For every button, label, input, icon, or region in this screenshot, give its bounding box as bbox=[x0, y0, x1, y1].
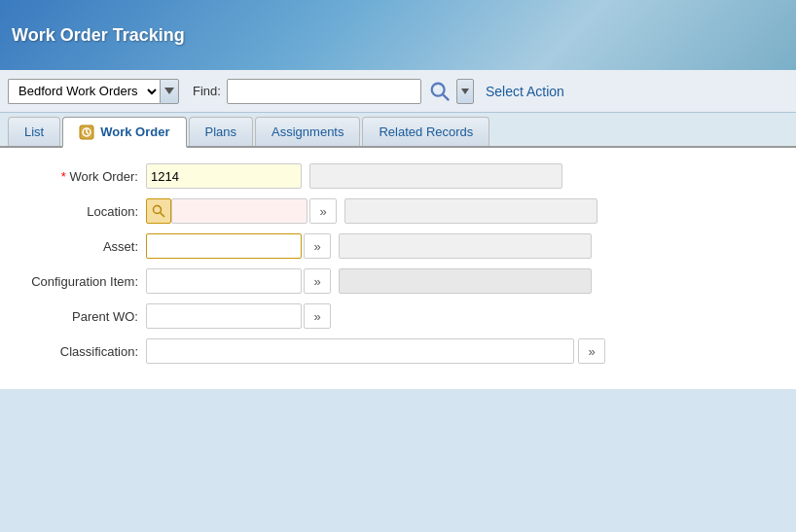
classification-row: Classification: » bbox=[19, 338, 777, 364]
svg-marker-4 bbox=[461, 89, 469, 94]
work-order-label: * Work Order: bbox=[19, 169, 146, 184]
tab-assignments[interactable]: Assignments bbox=[255, 117, 360, 146]
work-order-secondary-input[interactable] bbox=[309, 163, 562, 189]
search-button[interactable] bbox=[427, 81, 452, 102]
parent-wo-row: Parent WO: » bbox=[19, 303, 777, 329]
tab-work-order[interactable]: Work Order bbox=[62, 117, 186, 148]
work-order-input[interactable] bbox=[146, 163, 302, 189]
dropdown-arrow-btn[interactable] bbox=[160, 79, 179, 104]
tab-work-order-label: Work Order bbox=[100, 124, 169, 139]
location-dropdown-container: Bedford Work Orders bbox=[8, 79, 179, 104]
location-secondary-input[interactable] bbox=[344, 198, 597, 224]
location-search-button[interactable] bbox=[146, 198, 171, 224]
asset-secondary-input[interactable] bbox=[339, 233, 592, 259]
asset-label: Asset: bbox=[19, 239, 146, 254]
classification-input[interactable] bbox=[146, 338, 574, 364]
classification-label: Classification: bbox=[19, 344, 146, 359]
find-input[interactable] bbox=[227, 79, 421, 104]
svg-line-10 bbox=[161, 213, 165, 218]
svg-point-9 bbox=[154, 206, 162, 214]
required-indicator: * bbox=[61, 169, 66, 184]
parent-wo-input[interactable] bbox=[146, 303, 302, 329]
location-label: Location: bbox=[19, 204, 146, 219]
tabs-bar: List Work Order Plans Assignments Relate… bbox=[0, 113, 796, 148]
tab-plans[interactable]: Plans bbox=[189, 117, 254, 146]
location-arrow-btn[interactable]: » bbox=[309, 198, 337, 224]
form-content: * Work Order: Location: » Asset: » Confi… bbox=[0, 148, 796, 389]
asset-row: Asset: » bbox=[19, 233, 777, 259]
tab-list[interactable]: List bbox=[8, 117, 60, 146]
find-label: Find: bbox=[193, 84, 221, 98]
tab-work-order-icon bbox=[79, 124, 94, 140]
tab-list-label: List bbox=[24, 124, 44, 139]
toolbar: Bedford Work Orders Find: Select Action bbox=[0, 70, 796, 113]
location-row: Location: » bbox=[19, 198, 777, 224]
parent-wo-label: Parent WO: bbox=[19, 309, 146, 324]
search-dropdown-btn[interactable] bbox=[456, 79, 474, 104]
classification-arrow-btn[interactable]: » bbox=[578, 338, 605, 364]
config-item-secondary-input[interactable] bbox=[339, 268, 592, 294]
search-icon bbox=[429, 81, 451, 102]
svg-line-2 bbox=[443, 94, 449, 100]
asset-input[interactable] bbox=[146, 233, 302, 259]
parent-wo-arrow-btn[interactable]: » bbox=[304, 303, 331, 329]
location-input-wrapper bbox=[171, 198, 308, 224]
tab-assignments-label: Assignments bbox=[271, 124, 344, 139]
app-title: Work Order Tracking bbox=[12, 25, 185, 46]
svg-marker-0 bbox=[164, 88, 174, 94]
asset-arrow-btn[interactable]: » bbox=[304, 233, 331, 259]
app-header: Work Order Tracking bbox=[0, 0, 796, 70]
svg-point-3 bbox=[432, 83, 445, 95]
config-item-input[interactable] bbox=[146, 268, 302, 294]
config-item-row: Configuration Item: » bbox=[19, 268, 777, 294]
tab-related-records-label: Related Records bbox=[379, 124, 473, 139]
tab-related-records[interactable]: Related Records bbox=[362, 117, 489, 146]
work-order-row: * Work Order: bbox=[19, 163, 777, 189]
select-action-button[interactable]: Select Action bbox=[486, 84, 564, 99]
config-item-arrow-btn[interactable]: » bbox=[304, 268, 331, 294]
tab-plans-label: Plans bbox=[205, 124, 237, 139]
location-dropdown[interactable]: Bedford Work Orders bbox=[8, 79, 160, 104]
config-item-label: Configuration Item: bbox=[19, 274, 146, 289]
